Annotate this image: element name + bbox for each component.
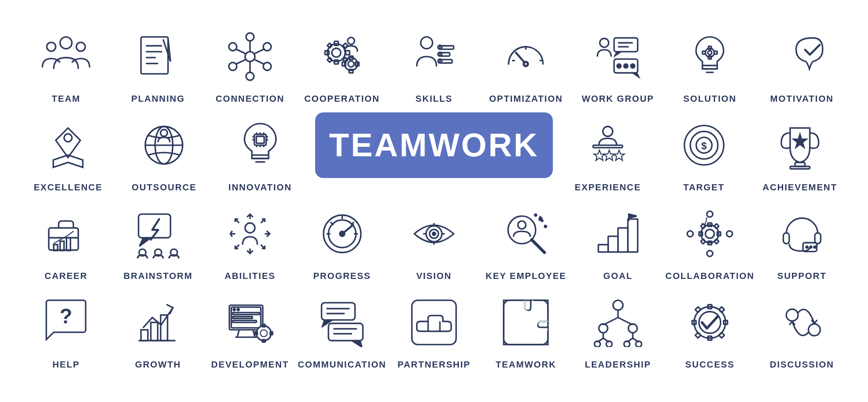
support-icon-box	[769, 201, 835, 267]
icon-success: SUCCESS	[669, 290, 751, 370]
svg-point-199	[613, 300, 623, 310]
icon-communication: COMMUNICATION	[301, 290, 383, 370]
icon-help: ? HELP	[25, 290, 107, 370]
svg-point-14	[246, 72, 254, 80]
svg-rect-157	[714, 224, 719, 228]
workgroup-icon	[593, 32, 643, 81]
svg-point-226	[808, 324, 820, 336]
optimization-icon	[501, 32, 550, 81]
icon-planning: PLANNING	[117, 24, 199, 104]
partnership-icon	[409, 298, 459, 347]
svg-rect-182	[233, 313, 259, 315]
keyemployee-label: KEY EMPLOYEE	[486, 271, 566, 281]
svg-rect-54	[614, 38, 638, 52]
svg-text:$: $	[701, 140, 707, 151]
svg-rect-31	[327, 57, 332, 62]
keyemployee-icon	[501, 209, 550, 258]
vision-label: VISION	[416, 271, 452, 281]
keyemployee-icon-box	[493, 201, 559, 267]
svg-point-167	[806, 246, 808, 248]
svg-rect-107	[66, 238, 70, 251]
outsource-label: OUTSOURCE	[132, 182, 197, 193]
goal-icon	[593, 209, 643, 258]
help-icon: ?	[41, 298, 91, 347]
icon-excellence: EXCELLENCE	[27, 112, 109, 193]
target-icon-box: $	[671, 112, 737, 178]
row-3: CAREER BRAINSTORM	[20, 201, 848, 281]
icon-brainstorm: BRAINSTORM	[117, 201, 199, 281]
svg-point-141	[545, 226, 547, 228]
icon-target: $ TARGET	[663, 112, 745, 193]
collaboration-label: COLLABORATION	[666, 271, 754, 281]
svg-rect-92	[593, 145, 623, 148]
help-icon-box: ?	[33, 290, 99, 355]
partnership-label: PARTNERSHIP	[398, 359, 470, 370]
icon-connection: CONNECTION	[209, 24, 291, 104]
svg-point-59	[624, 64, 628, 68]
brainstorm-icon	[134, 209, 183, 258]
discussion-label: DISCUSSION	[770, 359, 834, 370]
svg-point-225	[786, 309, 798, 321]
svg-line-18	[254, 49, 264, 54]
connection-icon	[225, 32, 275, 81]
cooperation-icon-box	[309, 24, 375, 89]
icon-discussion: DISCUSSION	[761, 290, 843, 370]
team-label: TEAM	[52, 94, 80, 104]
svg-rect-183	[233, 317, 252, 319]
teamwork-icon-box	[493, 290, 559, 355]
discussion-icon	[777, 298, 827, 347]
svg-line-138	[532, 240, 545, 252]
motivation-label: MOTIVATION	[770, 94, 834, 104]
collaboration-icon	[685, 209, 734, 258]
svg-marker-102	[793, 135, 806, 147]
skills-icon	[409, 32, 459, 81]
icon-support: SUPPORT	[761, 201, 843, 281]
svg-rect-145	[598, 244, 608, 252]
solution-icon-box	[677, 24, 743, 89]
svg-rect-106	[60, 241, 64, 251]
icon-leadership: LEADERSHIP	[577, 290, 659, 370]
svg-rect-224	[719, 332, 725, 338]
planning-icon-box	[125, 24, 191, 89]
connection-icon-box	[217, 24, 283, 89]
motivation-icon-box	[769, 24, 835, 89]
teamwork-icon	[501, 298, 550, 347]
svg-rect-222	[719, 307, 725, 313]
svg-marker-94	[604, 150, 615, 160]
development-icon	[225, 298, 275, 347]
vision-icon-box	[401, 201, 467, 267]
support-label: SUPPORT	[777, 271, 827, 281]
svg-rect-28	[345, 51, 350, 55]
svg-marker-93	[594, 150, 605, 160]
svg-point-185	[257, 326, 271, 340]
progress-label: PROGRESS	[313, 271, 371, 281]
svg-rect-158	[701, 239, 706, 244]
abilities-icon	[225, 209, 275, 258]
svg-point-13	[263, 62, 271, 70]
icon-experience: EXPERIENCE	[567, 112, 649, 193]
svg-text:?: ?	[60, 304, 73, 328]
innovation-icon	[236, 121, 285, 170]
svg-point-12	[263, 43, 271, 50]
communication-label: COMMUNICATION	[298, 359, 386, 370]
success-icon-box	[677, 290, 743, 355]
target-icon: $	[679, 121, 729, 170]
outsource-icon-box	[131, 112, 197, 178]
development-icon-box	[217, 290, 283, 355]
icon-development: DEVELOPMENT	[209, 290, 291, 370]
svg-rect-223	[695, 332, 701, 338]
achievement-icon-box	[767, 112, 833, 178]
icon-skills: SKILLS	[393, 24, 475, 104]
svg-rect-221	[695, 307, 701, 313]
cooperation-label: COOPERATION	[304, 94, 379, 104]
svg-point-15	[229, 62, 236, 70]
excellence-icon-box	[35, 112, 101, 178]
icon-team: TEAM	[25, 24, 107, 104]
icon-career: CAREER	[25, 201, 107, 281]
svg-point-203	[599, 324, 608, 333]
teamwork-label: TEAMWORK	[495, 359, 556, 370]
help-label: HELP	[52, 359, 80, 370]
innovation-icon-box	[227, 112, 293, 178]
svg-rect-165	[815, 233, 820, 244]
growth-icon-box	[125, 290, 191, 355]
